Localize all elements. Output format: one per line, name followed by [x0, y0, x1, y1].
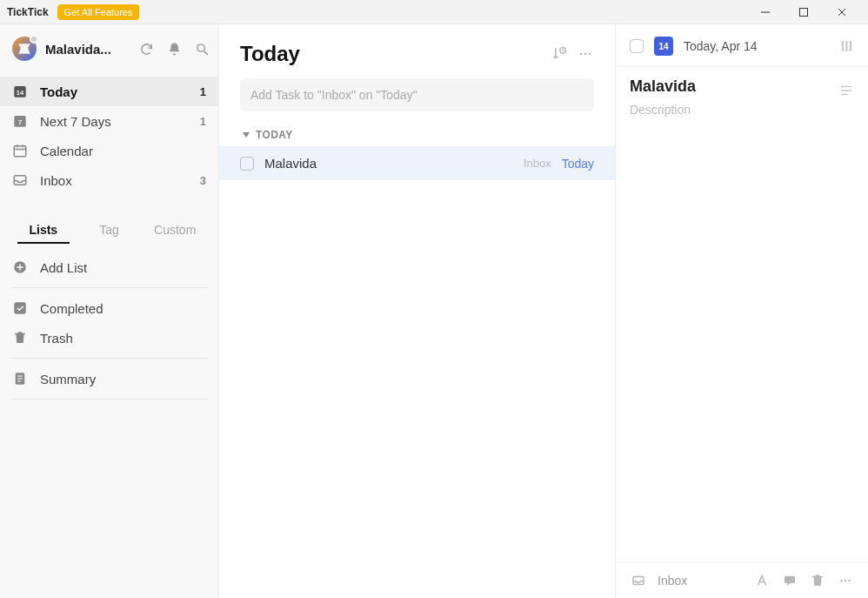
search-icon — [195, 42, 210, 57]
avatar[interactable] — [12, 37, 37, 61]
detail-footer-list[interactable]: Inbox — [658, 574, 743, 588]
subtask-icon — [838, 83, 854, 98]
tab-lists[interactable]: Lists — [10, 218, 77, 244]
svg-rect-29 — [842, 41, 844, 51]
task-list-label: Inbox — [524, 157, 551, 170]
svg-point-27 — [584, 53, 587, 56]
calendar-7-icon: 7 — [12, 113, 28, 129]
sidebar-item-inbox[interactable]: Inbox 3 — [0, 165, 218, 195]
sidebar-item-completed[interactable]: Completed — [0, 293, 218, 323]
svg-rect-31 — [850, 41, 851, 51]
completed-label: Completed — [40, 301, 103, 316]
svg-point-28 — [589, 53, 591, 56]
priority-button[interactable] — [838, 38, 854, 54]
svg-point-23 — [560, 48, 566, 54]
notifications-button[interactable] — [166, 41, 182, 57]
svg-text:14: 14 — [17, 89, 24, 97]
delete-task-button[interactable] — [809, 572, 826, 589]
comment-icon — [782, 573, 798, 588]
detail-header: 14 Today, Apr 14 — [616, 24, 868, 67]
more-icon — [577, 45, 594, 63]
account-name[interactable]: Malavida... — [45, 42, 130, 57]
window-controls — [746, 0, 861, 24]
maximize-button[interactable] — [785, 0, 823, 24]
detail-description[interactable]: Description — [630, 103, 854, 117]
svg-point-26 — [580, 53, 583, 56]
svg-rect-36 — [785, 576, 795, 583]
tab-tag[interactable]: Tag — [77, 218, 143, 244]
detail-date-text[interactable]: Today, Apr 14 — [684, 39, 828, 53]
check-square-icon — [12, 300, 28, 316]
app-name: TickTick — [7, 6, 49, 18]
group-label: TODAY — [256, 129, 293, 141]
sidebar: Malavida... 14 Today 1 7 Next 7 Days 1 C… — [0, 24, 219, 598]
sync-button[interactable] — [138, 41, 154, 57]
plus-circle-icon — [12, 259, 28, 275]
task-checkbox[interactable] — [240, 157, 254, 171]
svg-point-39 — [848, 580, 850, 581]
more-small-icon — [838, 573, 853, 588]
sidebar-item-label: Next 7 Days — [40, 114, 188, 129]
svg-rect-1 — [800, 8, 808, 16]
text-a-icon — [754, 573, 770, 588]
sidebar-item-calendar[interactable]: Calendar — [0, 136, 218, 165]
sort-icon — [551, 45, 568, 63]
calendar-day-icon: 14 — [12, 84, 28, 99]
sidebar-item-trash[interactable]: Trash — [0, 323, 218, 353]
close-button[interactable] — [823, 0, 861, 24]
status-dot — [30, 35, 38, 44]
svg-line-5 — [204, 50, 207, 54]
detail-body: Malavida Description — [616, 67, 868, 562]
sidebar-tabs: Lists Tag Custom — [0, 207, 218, 244]
main-panel: Today Add Task to "Inbox" on "Today" TOD… — [219, 24, 616, 598]
svg-line-25 — [563, 50, 564, 51]
sidebar-item-next7[interactable]: 7 Next 7 Days 1 — [0, 106, 218, 136]
bell-icon — [167, 42, 182, 57]
sidebar-header-icons — [138, 41, 210, 57]
sidebar-item-summary[interactable]: Summary — [0, 364, 218, 393]
detail-title-row: Malavida — [630, 77, 854, 103]
detail-more-button[interactable] — [837, 572, 854, 589]
main-header: Today — [219, 24, 615, 78]
sidebar-item-count: 1 — [200, 85, 206, 98]
sidebar-item-count: 3 — [200, 174, 206, 187]
tab-custom[interactable]: Custom — [142, 218, 208, 244]
document-icon — [12, 371, 28, 386]
date-picker-button[interactable]: 14 — [654, 37, 673, 56]
subtask-button[interactable] — [838, 83, 854, 98]
sort-button[interactable] — [551, 45, 568, 63]
svg-text:7: 7 — [18, 118, 22, 126]
comment-button[interactable] — [781, 572, 798, 589]
task-row[interactable]: Malavida Inbox Today — [219, 146, 615, 180]
detail-title[interactable]: Malavida — [630, 77, 830, 96]
task-group-header[interactable]: TODAY — [219, 117, 615, 146]
divider — [10, 399, 208, 400]
add-task-input[interactable]: Add Task to "Inbox" on "Today" — [240, 78, 594, 111]
sidebar-item-label: Inbox — [40, 173, 188, 188]
sidebar-item-label: Calendar — [40, 144, 206, 158]
add-list-button[interactable]: Add List — [0, 252, 218, 282]
priority-icon — [838, 38, 854, 54]
move-list-button[interactable] — [630, 572, 647, 589]
detail-footer: Inbox — [616, 562, 868, 598]
divider — [10, 358, 208, 359]
app-body: Malavida... 14 Today 1 7 Next 7 Days 1 C… — [0, 24, 868, 598]
minimize-button[interactable] — [746, 0, 785, 24]
task-name: Malavida — [264, 156, 513, 171]
more-button[interactable] — [577, 45, 594, 63]
inbox-icon — [12, 172, 28, 188]
sidebar-item-today[interactable]: 14 Today 1 — [0, 77, 218, 106]
task-date-label: Today — [562, 157, 594, 171]
trash-small-icon — [810, 573, 825, 588]
calendar-icon — [12, 143, 28, 158]
promo-badge[interactable]: Get All Features — [57, 4, 140, 20]
text-style-button[interactable] — [753, 572, 771, 589]
titlebar: TickTick Get All Features — [0, 0, 868, 24]
search-button[interactable] — [194, 41, 210, 57]
sidebar-header: Malavida... — [0, 24, 218, 73]
add-list-label: Add List — [40, 260, 87, 275]
minimize-icon — [760, 7, 771, 17]
chevron-down-icon — [242, 131, 250, 139]
maximize-icon — [798, 7, 809, 17]
detail-checkbox[interactable] — [630, 39, 644, 53]
